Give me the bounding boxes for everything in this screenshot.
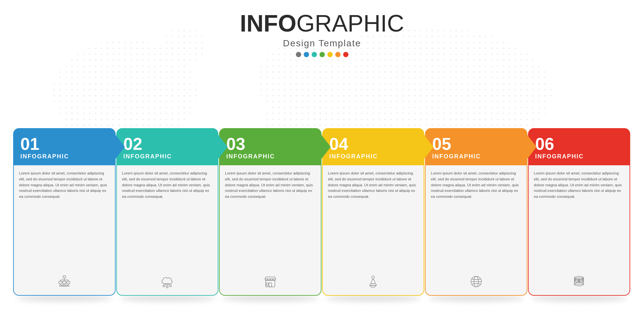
- step-3-bottom: Lorem ipsum dolor sit amet, consectetur …: [219, 165, 322, 296]
- step-1-bottom: Lorem ipsum dolor sit amet, consectetur …: [13, 165, 116, 296]
- step-4-text: Lorem ipsum dolor sit amet, consectetur …: [328, 171, 419, 200]
- step-2-top: 02 INFOGRAPHIC: [116, 128, 219, 165]
- svg-point-34: [370, 285, 376, 287]
- step-6-label: INFOGRAPHIC: [535, 153, 623, 160]
- dot-3: [312, 52, 317, 57]
- step-card-2: 02 INFOGRAPHIC Lorem ipsum dolor sit ame…: [116, 128, 219, 296]
- infographic-container: 01 INFOGRAPHIC Lorem ipsum dolor sit ame…: [13, 128, 631, 296]
- dot-2: [304, 52, 309, 57]
- dot-4: [320, 52, 325, 57]
- step-5-top: 05 INFOGRAPHIC: [425, 128, 527, 165]
- dot-1: [296, 52, 301, 57]
- step-card-1: 01 INFOGRAPHIC Lorem ipsum dolor sit ame…: [13, 128, 116, 296]
- step-6-number: 06: [535, 135, 623, 152]
- store-icon: [263, 274, 278, 289]
- step-5-text: Lorem ipsum dolor sit amet, consectetur …: [431, 171, 522, 200]
- svg-rect-16: [59, 281, 62, 284]
- svg-line-28: [168, 284, 170, 285]
- header-dots: [0, 52, 644, 57]
- step-1-icon: [19, 273, 110, 290]
- step-6-icon: $: [534, 273, 625, 290]
- page-header: INFOGRAPHIC Design Template: [0, 0, 644, 57]
- svg-rect-17: [63, 281, 66, 284]
- svg-point-33: [372, 276, 374, 279]
- globe-icon: [469, 274, 483, 289]
- svg-point-22: [65, 285, 67, 287]
- step-3-label: INFOGRAPHIC: [226, 153, 314, 160]
- step-4-label: INFOGRAPHIC: [329, 153, 417, 160]
- step-card-4: 04 INFOGRAPHIC Lorem ipsum dolor sit ame…: [322, 128, 425, 296]
- dot-6: [335, 52, 341, 57]
- title-graphic: GRAPHIC: [296, 10, 404, 36]
- step-3-icon: [225, 273, 316, 290]
- dot-7: [343, 52, 348, 57]
- step-2-text: Lorem ipsum dolor sit amet, consectetur …: [122, 171, 213, 200]
- step-5-label: INFOGRAPHIC: [432, 153, 520, 160]
- step-6-text: Lorem ipsum dolor sit amet, consectetur …: [534, 171, 625, 200]
- step-1-text: Lorem ipsum dolor sit amet, consectetur …: [19, 171, 110, 200]
- svg-rect-31: [269, 283, 272, 287]
- svg-rect-30: [266, 280, 275, 287]
- svg-text:$: $: [578, 279, 580, 283]
- step-card-6: 06 INFOGRAPHIC Lorem ipsum dolor sit ame…: [528, 128, 631, 296]
- svg-point-20: [62, 285, 63, 287]
- svg-point-23: [67, 285, 69, 287]
- svg-point-21: [63, 285, 65, 287]
- svg-line-27: [165, 284, 167, 285]
- org-chart-icon: [57, 274, 72, 289]
- svg-rect-32: [266, 283, 268, 286]
- svg-rect-10: [63, 276, 66, 278]
- svg-point-25: [166, 286, 168, 288]
- step-6-bottom: Lorem ipsum dolor sit amet, consectetur …: [528, 165, 631, 296]
- header-subtitle: Design Template: [0, 38, 644, 49]
- cloud-network-icon: [160, 274, 174, 289]
- step-3-text: Lorem ipsum dolor sit amet, consectetur …: [225, 171, 316, 200]
- svg-point-19: [59, 285, 61, 287]
- step-4-number: 04: [329, 135, 417, 152]
- money-icon: $: [572, 274, 586, 289]
- step-5-icon: [431, 273, 522, 290]
- step-2-label: INFOGRAPHIC: [123, 153, 211, 160]
- title-info: INFO: [240, 10, 296, 36]
- step-2-bottom: Lorem ipsum dolor sit amet, consectetur …: [116, 165, 219, 296]
- header-title: INFOGRAPHIC: [0, 10, 644, 37]
- step-1-number: 01: [20, 135, 108, 152]
- step-5-number: 05: [432, 135, 520, 152]
- step-2-number: 02: [123, 135, 211, 152]
- step-4-icon: [328, 273, 419, 290]
- rocket-icon: [366, 274, 380, 289]
- step-4-bottom: Lorem ipsum dolor sit amet, consectetur …: [322, 165, 425, 296]
- step-card-3: 03 INFOGRAPHIC Lorem ipsum dolor sit ame…: [219, 128, 322, 296]
- step-6-top: 06 INFOGRAPHIC: [528, 128, 631, 165]
- step-1-label: INFOGRAPHIC: [20, 153, 108, 160]
- step-1-top: 01 INFOGRAPHIC: [13, 128, 116, 165]
- step-card-5: 05 INFOGRAPHIC Lorem ipsum dolor sit ame…: [425, 128, 527, 296]
- step-3-number: 03: [226, 135, 314, 152]
- step-5-bottom: Lorem ipsum dolor sit amet, consectetur …: [425, 165, 527, 296]
- step-2-icon: [122, 273, 213, 290]
- dot-5: [327, 52, 333, 57]
- step-4-top: 04 INFOGRAPHIC: [322, 128, 425, 165]
- svg-rect-18: [67, 281, 70, 284]
- step-3-top: 03 INFOGRAPHIC: [219, 128, 322, 165]
